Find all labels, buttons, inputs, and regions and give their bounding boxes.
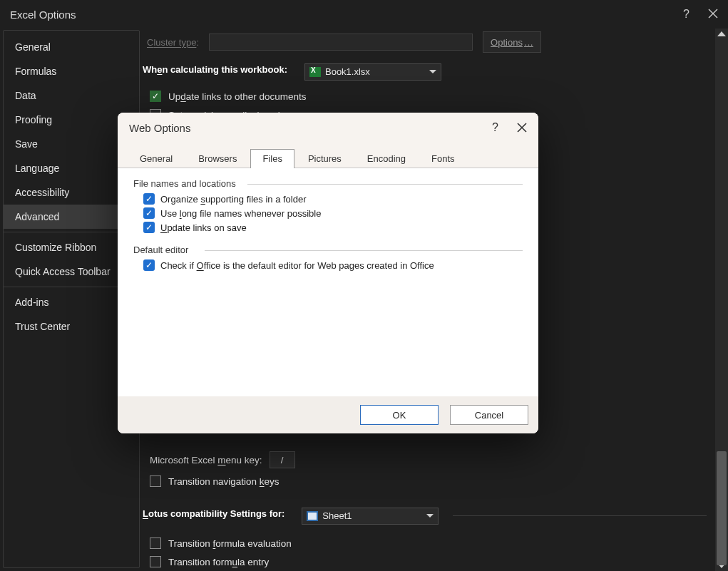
formula-entry-row[interactable]: Transition formula entry [150, 556, 707, 567]
cluster-type-row: Cluster type: Options… [147, 31, 698, 53]
sidebar-item-formulas[interactable]: Formulas [4, 59, 139, 83]
workbook-combo[interactable]: Book1.xlsx [304, 63, 441, 81]
checkbox-long-file-names[interactable] [143, 207, 155, 219]
opt-update-links-label: Update links on save [160, 222, 247, 233]
checkbox-nav-keys[interactable] [150, 475, 161, 487]
tab-pictures[interactable]: Pictures [296, 149, 354, 168]
dialog-footer: OK Cancel [118, 396, 538, 433]
nav-keys-row[interactable]: Transition navigation keys [150, 475, 707, 487]
tab-browsers[interactable]: Browsers [186, 149, 249, 168]
calc-heading: When calculating this workbook: [143, 61, 287, 82]
checkbox-formula-eval[interactable] [150, 537, 161, 549]
tab-files[interactable]: Files [250, 149, 294, 168]
close-icon[interactable] [708, 9, 718, 21]
help-icon[interactable]: ? [683, 8, 689, 21]
formula-eval-label: Transition formula evaluation [168, 538, 292, 549]
cancel-button[interactable]: Cancel [450, 405, 528, 425]
scroll-up-icon[interactable] [717, 31, 726, 36]
opt-long-names-label: Use long file names whenever possible [160, 208, 321, 219]
web-options-dialog: Web Options ? General Browsers Files Pic… [118, 113, 538, 433]
menu-key-row: Microsoft Excel menu key: [150, 451, 707, 468]
opt-update-links-on-save[interactable]: Update links on save [143, 222, 523, 233]
scroll-track[interactable] [715, 39, 728, 560]
window-title: Excel Options [10, 9, 76, 21]
calc-heading-row: When calculating this workbook: Book1.xl… [143, 61, 707, 82]
excel-file-icon [309, 67, 321, 77]
menu-key-input[interactable] [270, 451, 295, 468]
update-links-row[interactable]: Update links to other documents [150, 91, 707, 102]
formula-eval-row[interactable]: Transition formula evaluation [150, 537, 707, 549]
chevron-down-icon [426, 514, 434, 518]
titlebar: Excel Options ? [0, 0, 728, 29]
tab-general[interactable]: General [128, 149, 185, 168]
dialog-close-icon[interactable] [517, 123, 527, 133]
worksheet-icon [307, 511, 318, 521]
checkbox-office-default-editor[interactable] [143, 259, 155, 271]
sidebar-item-data[interactable]: Data [4, 83, 139, 108]
dialog-panel: File names and locations Organize suppor… [118, 168, 538, 396]
checkbox-formula-entry[interactable] [150, 556, 161, 567]
menu-key-label: Microsoft Excel menu key: [150, 455, 262, 465]
chevron-down-icon [429, 70, 436, 73]
checkbox-update-links-save[interactable] [143, 222, 155, 233]
checkbox-organize-supporting[interactable] [143, 193, 155, 205]
vertical-scrollbar[interactable] [715, 29, 728, 571]
lotus-settings-heading: Lotus compatibility Settings for: [143, 505, 284, 526]
update-links-label: Update links to other documents [168, 91, 307, 102]
opt-office-default-label: Check if Office is the default editor fo… [160, 260, 434, 271]
opt-long-file-names[interactable]: Use long file names whenever possible [143, 207, 523, 219]
cluster-type-combo[interactable] [209, 34, 473, 51]
titlebar-controls: ? [683, 8, 718, 21]
nav-keys-label: Transition navigation keys [168, 476, 280, 487]
scroll-thumb[interactable] [717, 451, 727, 565]
workbook-name: Book1.xlsx [325, 66, 370, 77]
opt-check-office-default[interactable]: Check if Office is the default editor fo… [143, 259, 523, 271]
opt-organize-supporting[interactable]: Organize supporting files in a folder [143, 193, 523, 205]
excel-options-window: Excel Options ? General Formulas Data Pr… [0, 0, 728, 571]
sheet-name: Sheet1 [322, 510, 352, 521]
lotus-settings-row: Lotus compatibility Settings for: Sheet1 [143, 505, 707, 526]
sheet-combo[interactable]: Sheet1 [302, 508, 439, 525]
dialog-tabs: General Browsers Files Pictures Encoding… [118, 143, 538, 168]
checkbox-update-links[interactable] [150, 91, 161, 102]
cluster-options-button[interactable]: Options… [483, 31, 541, 53]
opt-organize-label: Organize supporting files in a folder [160, 194, 307, 205]
formula-entry-label: Transition formula entry [168, 557, 269, 567]
ok-button[interactable]: OK [360, 405, 439, 425]
sidebar-item-general[interactable]: General [4, 35, 139, 59]
cluster-type-label: Cluster type: [147, 37, 199, 48]
tab-encoding[interactable]: Encoding [355, 149, 418, 168]
dialog-help-icon[interactable]: ? [492, 121, 498, 134]
tab-fonts[interactable]: Fonts [419, 149, 467, 168]
dialog-title: Web Options [129, 122, 190, 134]
dialog-titlebar: Web Options ? [118, 113, 538, 143]
